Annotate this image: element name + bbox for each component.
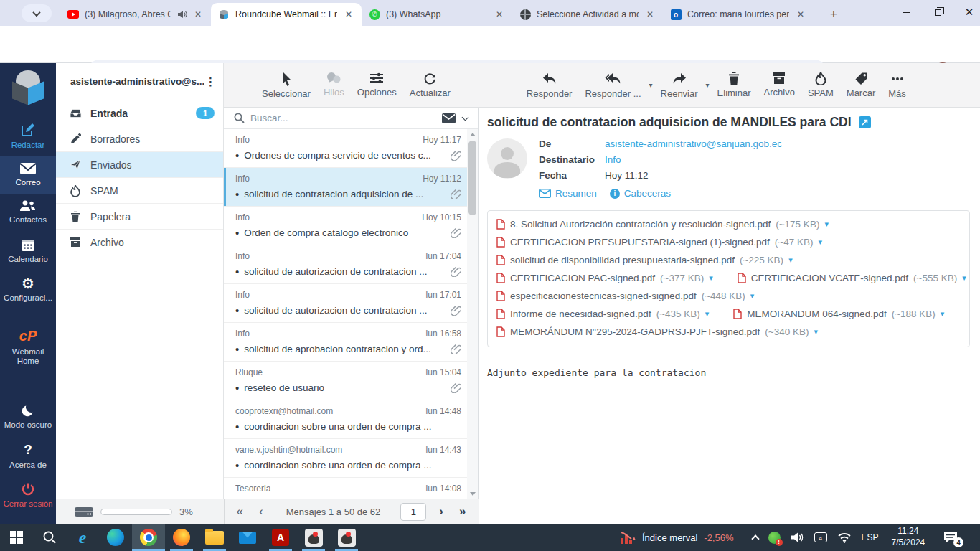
attachment[interactable]: 8. Solicitud Autorización contratación y… <box>496 219 829 230</box>
sidebar-item-configuracion[interactable]: ⚙ Configuraci... <box>0 270 56 309</box>
window-minimize-button[interactable] <box>900 6 913 19</box>
attachment-menu-caret[interactable]: ▾ <box>814 327 818 336</box>
attachment[interactable]: MEMORÁNDUM N°295-2024-GADPRSJ-PJFT-signe… <box>496 326 818 337</box>
attachment[interactable]: CERTIFICACION PRESUPUESTARIA-signed (1)-… <box>496 237 822 248</box>
first-page-button[interactable]: « <box>234 504 246 519</box>
tab-close-icon[interactable]: ✕ <box>343 9 354 20</box>
delete-button[interactable]: Eliminar <box>711 72 758 99</box>
folder-spam[interactable]: SPAM <box>56 178 223 204</box>
archive-button[interactable]: Archivo <box>758 72 801 99</box>
wifi-icon[interactable] <box>837 532 852 543</box>
language-indicator[interactable]: ESP <box>862 532 879 542</box>
summary-button[interactable]: Resumen <box>539 188 597 199</box>
tab-close-icon[interactable]: ✕ <box>795 9 806 20</box>
start-button[interactable] <box>0 524 33 551</box>
headers-button[interactable]: i Cabeceras <box>610 188 671 199</box>
folder-borradores[interactable]: Borradores <box>56 126 223 152</box>
taskbar-edge[interactable] <box>99 524 132 551</box>
open-in-new-window-icon[interactable] <box>859 116 871 128</box>
search-scope-mail-icon[interactable] <box>442 113 456 123</box>
search-bar[interactable] <box>224 108 478 129</box>
options-button[interactable]: Opciones <box>351 72 403 99</box>
taskbar-java-app-2[interactable] <box>330 524 363 551</box>
attachment[interactable]: MEMORANDUM 064-signed.pdf(~188 KB)▾ <box>733 309 944 319</box>
tab-close-icon[interactable]: ✕ <box>192 9 204 20</box>
window-close-button[interactable]: ✕ <box>963 6 976 19</box>
taskbar-acrobat[interactable]: A <box>264 524 297 551</box>
reply-all-menu-caret[interactable]: ▾ <box>648 81 654 89</box>
tab-whatsapp[interactable]: ✆ (3) WhatsApp ✕ <box>362 3 512 26</box>
antivirus-tray-icon[interactable] <box>768 532 781 544</box>
message-row[interactable]: Infolun 17:01 •solicitud de autorizacion… <box>224 284 467 323</box>
tab-actividad[interactable]: Seleccione Actividad a modi ✕ <box>512 3 663 26</box>
attachment[interactable]: Informe de necesidad-signed.pdf(~435 KB)… <box>496 309 709 319</box>
tab-close-icon[interactable]: ✕ <box>644 9 656 20</box>
list-scrollbar[interactable] <box>467 129 478 499</box>
message-row-selected[interactable]: InfoHoy 11:12 •solicitud de contratacion… <box>224 168 467 207</box>
tab-outlook[interactable]: o Correo: maria lourdes peñafi ✕ <box>663 3 814 26</box>
sidebar-item-acerca-de[interactable]: ? Acerca de <box>0 436 56 476</box>
refresh-button[interactable]: Actualizar <box>403 72 457 99</box>
taskbar-chrome[interactable] <box>132 524 165 551</box>
taskbar-mail[interactable] <box>231 524 264 551</box>
scrollbar-thumb[interactable] <box>468 141 476 215</box>
to-address[interactable]: Info <box>605 154 621 165</box>
search-options-chevron-icon[interactable] <box>462 113 469 121</box>
sidebar-item-webmail-home[interactable]: cP Webmail Home <box>0 322 56 372</box>
sidebar-item-redactar[interactable]: Redactar <box>0 116 56 156</box>
threads-button[interactable]: Hilos <box>317 72 351 99</box>
folder-entrada[interactable]: Entrada 1 <box>56 100 223 126</box>
message-row[interactable]: vane.v.joshtin@hotmail.comlun 14:43 •coo… <box>224 439 467 478</box>
account-header[interactable]: asistente-administrativo@s... ⋮ <box>56 63 223 100</box>
scroll-down-icon[interactable] <box>470 492 476 496</box>
attachment-menu-caret[interactable]: ▾ <box>819 237 823 247</box>
message-row[interactable]: InfoHoy 10:15 •Orden de compra catalogo … <box>224 207 467 245</box>
tray-expand-icon[interactable] <box>751 534 759 542</box>
folder-archivo[interactable]: Archivo <box>56 230 223 255</box>
taskbar-clock[interactable]: 11:24 7/5/2024 <box>892 526 925 548</box>
taskbar-firefox[interactable] <box>165 524 198 551</box>
message-row[interactable]: Tesorerialun 14:08 <box>224 478 467 499</box>
forward-menu-caret[interactable]: ▾ <box>705 81 711 89</box>
message-row[interactable]: cooprotexri@hotmail.comlun 14:48 •coordi… <box>224 400 467 439</box>
message-row[interactable]: InfoHoy 11:17 •Ordenes de compra servici… <box>224 129 467 168</box>
attachment-menu-caret[interactable]: ▾ <box>941 309 945 319</box>
attachment-menu-caret[interactable]: ▾ <box>705 309 710 319</box>
tab-roundcube[interactable]: Roundcube Webmail :: Envia ✕ <box>211 3 362 26</box>
search-input[interactable] <box>250 113 436 123</box>
sidebar-item-contactos[interactable]: Contactos <box>0 194 56 231</box>
attachment[interactable]: solicitud de disponibilidad presupuestar… <box>496 255 793 265</box>
sidebar-item-calendario[interactable]: Calendario <box>0 232 56 270</box>
new-tab-button[interactable]: + <box>825 6 842 23</box>
next-page-button[interactable]: › <box>436 504 446 519</box>
from-address[interactable]: asistente-administrativo@sanjuan.gob.ec <box>605 138 782 149</box>
attachment-menu-caret[interactable]: ▾ <box>962 273 966 283</box>
taskbar-explorer[interactable] <box>198 524 231 551</box>
attachment-menu-caret[interactable]: ▾ <box>788 255 793 265</box>
taskbar-search-button[interactable] <box>33 524 66 551</box>
tab-youtube[interactable]: (3) Milagroso, Abres Can ✕ <box>60 3 211 26</box>
folder-enviados[interactable]: Enviados <box>56 152 223 178</box>
attachment-menu-caret[interactable]: ▾ <box>709 273 713 283</box>
attachment[interactable]: especificacionestecnicas-signed-signed.p… <box>496 291 754 301</box>
forward-button[interactable]: Reenviar <box>654 72 705 99</box>
message-row[interactable]: Rluquelun 15:04 •reseteo de usuario <box>224 362 467 400</box>
reply-button[interactable]: Responder <box>520 72 579 99</box>
more-button[interactable]: Más <box>882 72 913 99</box>
reply-all-button[interactable]: Responder ... <box>578 72 647 99</box>
taskbar-java-app-1[interactable] <box>297 524 330 551</box>
attachment-menu-caret[interactable]: ▾ <box>750 291 755 301</box>
window-restore-button[interactable] <box>931 6 944 19</box>
audio-icon[interactable] <box>177 10 187 19</box>
action-center-button[interactable]: 4 <box>943 532 958 544</box>
tab-close-icon[interactable]: ✕ <box>494 9 505 20</box>
taskbar-ie[interactable]: e <box>66 524 99 551</box>
scroll-up-icon[interactable] <box>470 133 476 136</box>
folder-papelera[interactable]: Papelera <box>56 204 223 230</box>
last-page-button[interactable]: » <box>456 504 468 519</box>
sidebar-item-correo[interactable]: Correo <box>0 156 56 194</box>
sidebar-item-modo-oscuro[interactable]: Modo oscuro <box>0 397 56 436</box>
prev-page-button[interactable]: ‹ <box>256 504 266 519</box>
message-row[interactable]: Infolun 16:58 •solicitud de aprobacion c… <box>224 323 467 362</box>
volume-icon[interactable] <box>791 532 804 543</box>
